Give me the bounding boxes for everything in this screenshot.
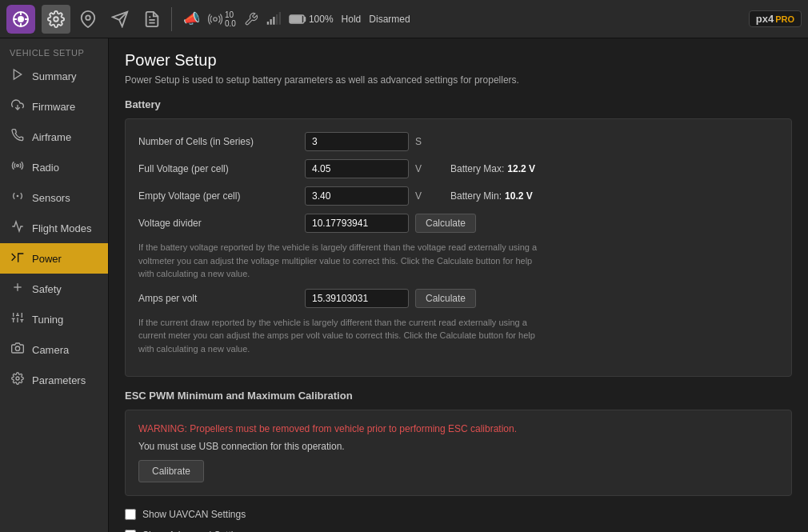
airframe-icon <box>10 129 26 145</box>
pro-text: pro <box>775 14 794 24</box>
amps-per-volt-label: Amps per volt <box>138 293 298 304</box>
full-voltage-input[interactable] <box>305 159 409 178</box>
plan-button[interactable] <box>74 5 102 34</box>
amps-per-volt-row: Amps per volt Calculate <box>138 289 778 308</box>
battery-pct: 100% <box>309 14 334 25</box>
uavcan-checkbox[interactable] <box>125 509 136 520</box>
sidebar-label-flight-modes: Flight Modes <box>32 222 91 234</box>
svg-point-23 <box>17 195 18 196</box>
status-signal <box>266 12 281 26</box>
voltage-divider-calculate-button[interactable]: Calculate <box>415 214 476 233</box>
svg-point-22 <box>17 165 19 167</box>
safety-icon <box>10 281 26 297</box>
toolbar-status: 📣 10 0.0 <box>183 10 410 28</box>
cells-row: Number of Cells (in Series) S <box>138 132 778 151</box>
battery-max-label: Battery Max: <box>450 163 504 174</box>
sidebar-label-airframe: Airframe <box>32 131 71 143</box>
page-title: Power Setup <box>125 51 792 70</box>
sidebar-label-camera: Camera <box>32 344 69 356</box>
empty-voltage-unit: V <box>415 190 428 202</box>
px4-brand: px4 pro <box>749 10 802 27</box>
sidebar-label-power: Power <box>32 253 62 265</box>
status-disarmed: Disarmed <box>369 14 410 25</box>
satellite-count: 10 0.0 <box>225 10 236 28</box>
battery-max-display: Battery Max: 12.2 V <box>450 163 535 174</box>
sidebar-label-radio: Radio <box>32 162 59 174</box>
status-satellites: 10 0.0 <box>208 10 236 28</box>
battery-min-value: 10.2 V <box>505 190 533 202</box>
sidebar-item-safety[interactable]: Safety <box>0 274 108 304</box>
svg-point-36 <box>16 377 19 380</box>
esc-section-title: ESC PWM Minimum and Maximum Calibration <box>125 390 792 402</box>
flight-modes-icon <box>10 220 26 236</box>
sidebar-item-airframe[interactable]: Airframe <box>0 122 108 152</box>
amps-per-volt-calculate-button[interactable]: Calculate <box>415 289 476 308</box>
sidebar-item-parameters[interactable]: Parameters <box>0 365 108 395</box>
esc-card: WARNING: Propellers must be removed from… <box>125 410 792 496</box>
svg-rect-13 <box>267 22 269 25</box>
toolbar-divider-1 <box>171 7 172 31</box>
empty-voltage-label: Empty Voltage (per cell) <box>138 190 298 202</box>
svg-rect-17 <box>279 12 281 25</box>
cells-unit: S <box>415 136 428 147</box>
toolbar: 📣 10 0.0 <box>0 0 808 38</box>
svg-point-6 <box>54 17 58 22</box>
sidebar-item-sensors[interactable]: Sensors <box>0 182 108 213</box>
sidebar: Vehicle Setup Summary Firmware <box>0 38 109 532</box>
vehicle-setup-button[interactable] <box>42 5 70 34</box>
tuning-icon <box>10 311 26 327</box>
esc-calibrate-button[interactable]: Calibrate <box>138 460 204 482</box>
sidebar-item-flight-modes[interactable]: Flight Modes <box>0 213 108 243</box>
sidebar-item-summary[interactable]: Summary <box>0 61 108 91</box>
toolbar-nav-icons <box>42 5 166 34</box>
status-hold: Hold <box>342 14 362 25</box>
amps-per-volt-hint: If the current draw reported by the vehi… <box>138 316 538 356</box>
sidebar-label-firmware: Firmware <box>32 101 75 113</box>
content-area: Power Setup Power Setup is used to setup… <box>109 38 808 532</box>
sidebar-item-camera[interactable]: Camera <box>0 334 108 365</box>
empty-voltage-row: Empty Voltage (per cell) V Battery Min: … <box>138 186 778 206</box>
empty-voltage-input[interactable] <box>305 186 409 206</box>
fly-button[interactable] <box>106 5 134 34</box>
status-wrench <box>244 12 258 26</box>
power-icon <box>10 250 26 266</box>
sidebar-item-tuning[interactable]: Tuning <box>0 304 108 334</box>
radio-icon <box>10 159 26 175</box>
status-megaphone: 📣 <box>183 10 200 27</box>
svg-rect-19 <box>290 16 302 22</box>
status-battery: 100% <box>289 14 334 25</box>
app-logo[interactable] <box>6 5 35 34</box>
voltage-divider-row: Voltage divider Calculate <box>138 214 778 233</box>
summary-icon <box>10 68 26 84</box>
svg-point-7 <box>86 15 90 20</box>
analyze-button[interactable] <box>138 5 166 34</box>
battery-min-label: Battery Min: <box>450 190 502 202</box>
esc-info-text: You must use USB connection for this ope… <box>138 441 778 452</box>
firmware-icon <box>10 98 26 114</box>
svg-rect-16 <box>276 14 278 25</box>
sidebar-item-radio[interactable]: Radio <box>0 152 108 182</box>
battery-min-display: Battery Min: 10.2 V <box>450 190 533 202</box>
sidebar-title: Vehicle Setup <box>0 42 108 61</box>
battery-card: Number of Cells (in Series) S Full Volta… <box>125 118 792 377</box>
full-voltage-unit: V <box>415 163 428 174</box>
voltage-divider-hint: If the battery voltage reported by the v… <box>138 241 538 281</box>
px4-text: px4 <box>756 13 774 25</box>
amps-per-volt-input[interactable] <box>305 289 409 308</box>
sidebar-label-sensors: Sensors <box>32 192 70 204</box>
cells-input[interactable] <box>305 132 409 151</box>
svg-rect-15 <box>273 17 274 25</box>
battery-max-value: 12.2 V <box>507 163 535 174</box>
voltage-divider-label: Voltage divider <box>138 218 298 229</box>
sidebar-item-power[interactable]: Power <box>0 243 108 274</box>
parameters-icon <box>10 372 26 388</box>
svg-rect-14 <box>270 19 271 25</box>
esc-warning-text: WARNING: Propellers must be removed from… <box>138 423 778 434</box>
uavcan-label[interactable]: Show UAVCAN Settings <box>142 509 246 520</box>
full-voltage-row: Full Voltage (per cell) V Battery Max: 1… <box>138 159 778 178</box>
sidebar-item-firmware[interactable]: Firmware <box>0 91 108 122</box>
sidebar-label-safety: Safety <box>32 283 62 295</box>
voltage-divider-input[interactable] <box>305 214 409 233</box>
sensors-icon <box>10 190 26 206</box>
svg-point-1 <box>18 16 24 22</box>
